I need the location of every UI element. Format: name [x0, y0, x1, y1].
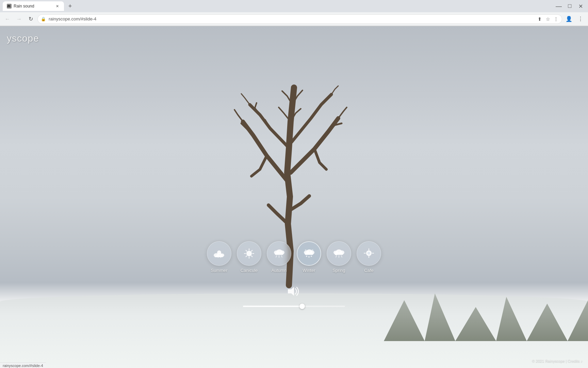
main-content: yscope Summer Canic — [0, 26, 588, 368]
volume-control — [243, 285, 345, 307]
browser-chrome: 🌧 Rain sound ✕ + — ☐ ✕ ← → ↻ 🔒 ⬆ ☆ ⋮ 👤 ⋮ — [0, 0, 588, 26]
season-btn-summer[interactable]: Summer — [207, 241, 231, 273]
season-circle-cafe[interactable] — [357, 241, 381, 266]
season-label-cafe: Cafe — [364, 268, 373, 273]
window-controls: — ☐ ✕ — [554, 1, 585, 11]
svg-rect-37 — [335, 252, 343, 255]
season-circle-autumn[interactable] — [267, 241, 291, 266]
svg-line-16 — [246, 256, 247, 257]
volume-slider-container — [243, 306, 345, 307]
minimize-button[interactable]: — — [554, 1, 564, 11]
svg-rect-20 — [275, 252, 283, 255]
season-btn-cafe[interactable]: Cafe — [357, 241, 381, 273]
status-bar: rainyscope.com/#slide-4 — [0, 363, 46, 368]
season-btn-spring[interactable]: Spring — [327, 241, 351, 273]
tab-favicon: 🌧 — [7, 4, 12, 9]
extensions-icon[interactable]: ⋮ — [553, 16, 559, 22]
svg-line-14 — [251, 256, 252, 257]
season-btn-canicule[interactable]: Canicule — [237, 241, 261, 273]
season-label-spring: Spring — [332, 268, 345, 273]
season-label-autumn: Autumn — [272, 268, 287, 273]
close-window-button[interactable]: ✕ — [576, 1, 585, 11]
svg-line-40 — [341, 256, 342, 257]
season-label-winter: Winter — [303, 268, 315, 273]
address-actions: ⬆ ☆ ⋮ — [536, 16, 559, 22]
svg-rect-7 — [215, 255, 223, 257]
volume-slider[interactable] — [243, 306, 345, 307]
share-icon[interactable]: ⬆ — [536, 16, 543, 22]
bookmark-icon[interactable]: ☆ — [544, 16, 551, 22]
background-scene: yscope Summer Canic — [0, 26, 588, 368]
svg-point-8 — [246, 251, 252, 256]
season-buttons: Summer Canicule Autumn — [207, 241, 381, 273]
active-tab[interactable]: 🌧 Rain sound ✕ — [3, 1, 64, 11]
svg-line-13 — [246, 250, 247, 251]
tab-close-button[interactable]: ✕ — [54, 3, 60, 9]
logo[interactable]: yscope — [7, 33, 39, 44]
new-tab-button[interactable]: + — [65, 1, 75, 11]
address-bar-row: ← → ↻ 🔒 ⬆ ☆ ⋮ 👤 ⋮ — [0, 12, 588, 26]
season-btn-winter[interactable]: ❄ ❄ Winter — [297, 241, 321, 273]
lock-icon: 🔒 — [41, 17, 46, 21]
copyright: © 2021 Rainyscope | Credits ♪ — [532, 359, 583, 363]
svg-line-21 — [276, 256, 277, 257]
season-btn-autumn[interactable]: Autumn — [267, 241, 291, 273]
svg-line-38 — [336, 256, 337, 257]
svg-point-28 — [306, 256, 307, 257]
profile-button[interactable]: 👤 — [564, 14, 574, 24]
season-circle-summer[interactable] — [207, 241, 231, 266]
svg-point-42 — [368, 252, 370, 255]
season-label-canicule: Canicule — [241, 268, 258, 273]
tab-bar: 🌧 Rain sound ✕ + — ☐ ✕ — [0, 0, 588, 12]
season-circle-winter[interactable]: ❄ ❄ — [297, 241, 321, 266]
refresh-button[interactable]: ↻ — [26, 14, 35, 24]
volume-icon[interactable] — [287, 285, 301, 300]
tab-title: Rain sound — [14, 4, 52, 9]
back-button[interactable]: ← — [3, 14, 12, 24]
svg-text:❄: ❄ — [311, 249, 314, 252]
forward-button[interactable]: → — [14, 14, 24, 24]
season-label-summer: Summer — [211, 268, 227, 273]
volume-track-fill — [243, 306, 302, 307]
svg-text:❄: ❄ — [305, 249, 307, 252]
svg-line-23 — [281, 256, 282, 257]
address-input[interactable] — [37, 14, 562, 24]
svg-point-29 — [308, 256, 310, 258]
svg-line-15 — [251, 250, 252, 251]
volume-thumb[interactable] — [299, 304, 305, 309]
svg-rect-27 — [305, 252, 313, 255]
season-circle-canicule[interactable] — [237, 241, 261, 266]
season-circle-spring[interactable] — [327, 241, 351, 266]
settings-button[interactable]: ⋮ — [576, 14, 585, 24]
svg-marker-47 — [288, 287, 294, 296]
maximize-button[interactable]: ☐ — [565, 1, 574, 11]
svg-point-30 — [311, 256, 312, 257]
address-bar-container: 🔒 ⬆ ☆ ⋮ — [37, 14, 562, 24]
